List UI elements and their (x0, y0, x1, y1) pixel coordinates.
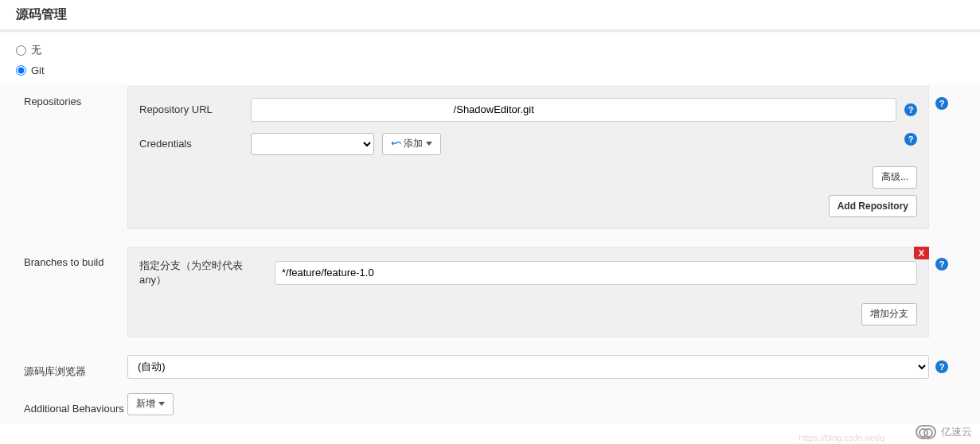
credentials-label: Credentials (139, 138, 243, 150)
repositories-label: Repositories (0, 86, 127, 107)
add-repository-button[interactable]: Add Repository (829, 195, 917, 217)
scm-git-label[interactable]: Git (16, 64, 45, 76)
add-credentials-button[interactable]: ⬿ 添加 (382, 133, 441, 155)
scm-none-row: 无 (0, 35, 980, 61)
help-icon[interactable]: ? (935, 97, 948, 110)
branch-specifier-row: 指定分支（为空时代表any） (139, 259, 917, 287)
key-icon: ⬿ (391, 138, 400, 150)
help-icon[interactable]: ? (904, 133, 917, 146)
browser-label: 源码库浏览器 (0, 355, 127, 379)
add-credentials-text: 添加 (404, 137, 423, 150)
scm-git-row: Git (0, 61, 980, 84)
branches-row: Branches to build X 指定分支（为空时代表any） 增加分支 … (0, 245, 980, 339)
repo-url-label: Repository URL (139, 103, 243, 115)
scm-none-text: 无 (31, 43, 41, 57)
add-behaviour-button[interactable]: 新增 (127, 393, 174, 415)
behaviours-label: Additional Behaviours (0, 393, 127, 415)
chevron-down-icon (426, 142, 432, 146)
repo-url-row: Repository URL ? (139, 98, 917, 122)
credentials-select[interactable] (251, 133, 374, 155)
delete-branch-button[interactable]: X (914, 247, 929, 259)
credentials-row: Credentials ⬿ 添加 ? (139, 133, 917, 155)
advanced-button[interactable]: 高级... (873, 166, 917, 189)
add-branch-button[interactable]: 增加分支 (861, 303, 917, 325)
scm-git-text: Git (31, 64, 45, 76)
chevron-down-icon (158, 402, 165, 406)
scm-none-radio[interactable] (16, 45, 26, 56)
repo-actions: 高级... Add Repository (139, 166, 917, 217)
add-behaviour-text: 新增 (136, 397, 155, 411)
behaviours-row: Additional Behaviours 新增 (0, 391, 980, 423)
help-icon[interactable]: ? (935, 360, 948, 373)
scm-content: 无 Git Repositories Repository URL ? Cred… (0, 30, 980, 423)
help-icon[interactable]: ? (935, 258, 948, 271)
branch-specifier-input[interactable] (275, 261, 917, 285)
scm-none-label[interactable]: 无 (16, 43, 41, 57)
branches-label: Branches to build (0, 247, 127, 268)
branch-specifier-label: 指定分支（为空时代表any） (139, 259, 267, 287)
repositories-row: Repositories Repository URL ? Credential… (0, 84, 980, 231)
scm-git-radio[interactable] (16, 65, 26, 76)
help-icon[interactable]: ? (904, 103, 917, 116)
browser-row: 源码库浏览器 (自动) ? (0, 353, 980, 380)
repositories-panel: Repository URL ? Credentials ⬿ 添加 ? (127, 86, 929, 229)
section-title: 源码管理 (0, 0, 980, 30)
branches-panel: X 指定分支（为空时代表any） 增加分支 (127, 247, 929, 337)
browser-select[interactable]: (自动) (127, 355, 929, 379)
repo-url-input[interactable] (251, 98, 896, 122)
branch-actions: 增加分支 (139, 303, 917, 325)
